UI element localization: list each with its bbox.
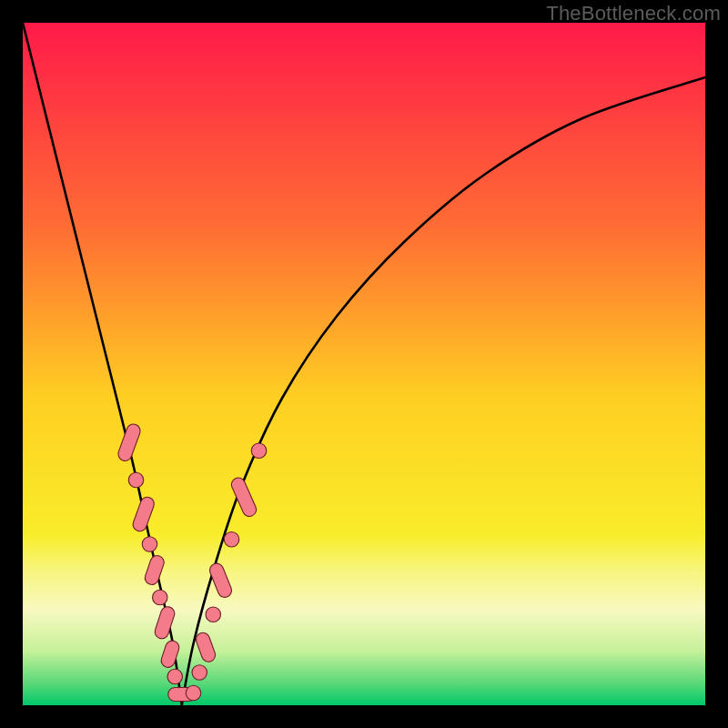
curve-marker xyxy=(159,639,181,669)
bottleneck-curve xyxy=(23,23,705,705)
outer-frame: TheBottleneck.com xyxy=(0,0,728,728)
bottleneck-curve-layer xyxy=(23,23,705,705)
curve-marker xyxy=(153,590,168,605)
curve-marker xyxy=(142,537,157,552)
curve-marker xyxy=(251,443,267,459)
plot-area xyxy=(23,23,705,705)
curve-marker xyxy=(186,685,201,701)
curve-marker xyxy=(224,532,239,548)
curve-markers xyxy=(116,422,267,702)
curve-marker xyxy=(153,605,176,641)
curve-marker xyxy=(167,669,183,684)
watermark-text: TheBottleneck.com xyxy=(546,2,721,25)
curve-marker xyxy=(143,553,166,586)
curve-marker xyxy=(229,476,258,519)
curve-marker xyxy=(194,631,217,663)
curve-marker xyxy=(192,665,207,681)
curve-marker xyxy=(131,495,156,533)
curve-marker xyxy=(128,472,144,488)
curve-marker xyxy=(116,422,142,463)
curve-marker xyxy=(206,607,221,622)
